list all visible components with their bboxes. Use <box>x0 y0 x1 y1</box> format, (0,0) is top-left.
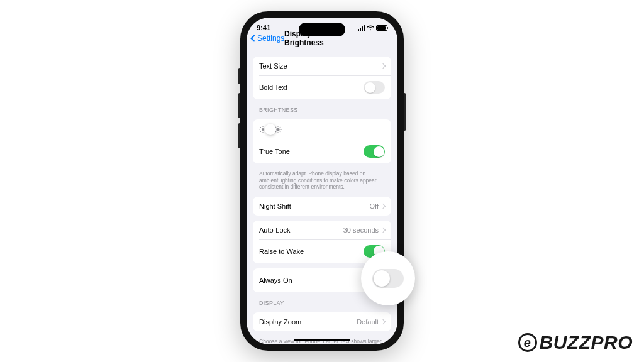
true-tone-footer: Automatically adapt iPhone display based… <box>247 168 397 192</box>
always-on-toggle-zoomed <box>372 269 404 288</box>
watermark-text: BUZZPRO <box>540 332 633 353</box>
text-size-row[interactable]: Text Size <box>253 57 391 75</box>
battery-icon <box>376 25 387 31</box>
svg-line-17 <box>280 127 280 128</box>
power-button <box>404 93 406 131</box>
mute-switch <box>238 68 240 84</box>
row-label: Bold Text <box>259 84 287 91</box>
row-label: Raise to Wake <box>259 248 304 255</box>
row-value: Off <box>370 202 379 210</box>
svg-line-15 <box>280 131 280 132</box>
row-label: Always On <box>259 277 292 284</box>
row-label: Night Shift <box>259 202 291 210</box>
text-group: Text Size Bold Text <box>253 57 391 99</box>
dynamic-island <box>299 23 345 36</box>
row-value: Default <box>357 318 379 326</box>
chevron-right-icon <box>380 204 386 209</box>
row-value: 30 seconds <box>343 226 379 234</box>
svg-point-9 <box>276 128 279 131</box>
display-zoom-row[interactable]: Display Zoom Default <box>253 312 391 331</box>
row-label: Auto-Lock <box>259 226 291 234</box>
true-tone-row[interactable]: True Tone <box>253 140 391 163</box>
watermark: e BUZZPRO <box>518 332 633 353</box>
bold-text-toggle[interactable] <box>364 81 385 94</box>
chevron-right-icon <box>380 319 386 324</box>
chevron-right-icon <box>380 228 386 233</box>
brightness-header: Brightness <box>247 104 397 114</box>
back-button[interactable]: Settings <box>252 34 284 43</box>
zoom-highlight <box>361 251 415 305</box>
chevron-right-icon <box>380 63 386 69</box>
watermark-badge: e <box>518 333 537 352</box>
brightness-slider-row[interactable] <box>253 119 391 140</box>
volume-up-button <box>238 93 240 118</box>
auto-lock-row[interactable]: Auto-Lock 30 seconds <box>253 221 391 239</box>
chevron-left-icon <box>250 35 257 41</box>
status-time: 9:41 <box>257 24 270 31</box>
row-label: Text Size <box>259 62 287 70</box>
home-indicator[interactable] <box>294 339 350 341</box>
row-label: Display Zoom <box>259 318 301 326</box>
true-tone-toggle[interactable] <box>364 145 385 158</box>
back-label: Settings <box>257 34 284 43</box>
wifi-icon <box>367 25 374 31</box>
brightness-group: True Tone <box>253 119 391 163</box>
night-shift-group: Night Shift Off <box>253 197 391 216</box>
row-label: True Tone <box>259 148 290 155</box>
display-zoom-group: Display Zoom Default <box>253 312 391 331</box>
svg-line-5 <box>260 127 261 128</box>
volume-down-button <box>238 123 240 148</box>
svg-point-0 <box>262 128 264 131</box>
night-shift-row[interactable]: Night Shift Off <box>253 197 391 216</box>
svg-line-7 <box>260 131 261 132</box>
bold-text-row[interactable]: Bold Text <box>253 75 391 99</box>
slider-thumb[interactable] <box>265 124 276 135</box>
